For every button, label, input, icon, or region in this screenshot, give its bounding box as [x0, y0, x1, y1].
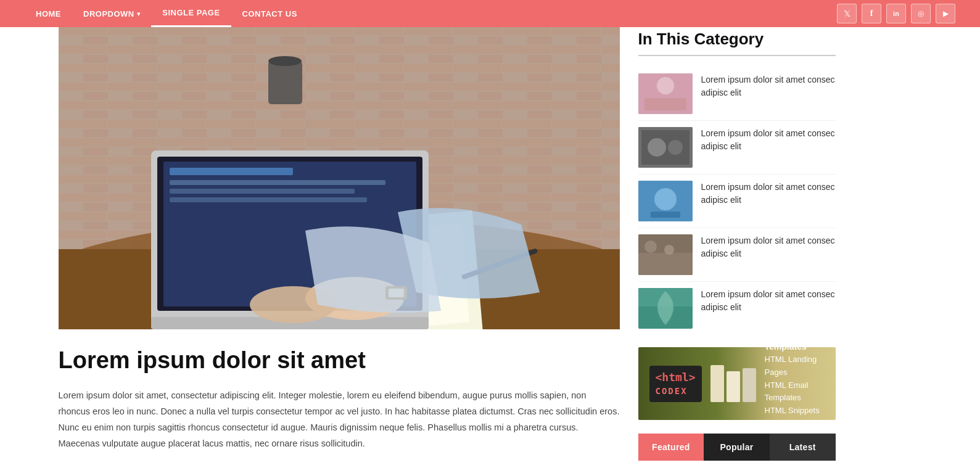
ad-books — [710, 365, 756, 402]
article-body: Lorem ipsum dolor sit amet Lorem ipsum d… — [59, 329, 620, 464]
tab-popular[interactable]: Popular — [704, 434, 770, 461]
tab-latest[interactable]: Latest — [770, 434, 836, 461]
main-content: Lorem ipsum dolor sit amet Lorem ipsum d… — [59, 27, 620, 464]
sidebar-section-title: In This Category — [638, 30, 836, 49]
svg-rect-25 — [644, 98, 686, 110]
svg-rect-11 — [170, 168, 293, 175]
ad-text: HTML Templates HTML Landing Pages HTML E… — [765, 347, 825, 420]
category-thumb-1 — [638, 73, 693, 114]
svg-point-36 — [664, 245, 674, 255]
linkedin-icon[interactable]: in — [886, 4, 906, 23]
nav-contact-us[interactable]: CONTACT US — [231, 0, 308, 27]
page-layout: Lorem ipsum dolor sit amet Lorem ipsum d… — [59, 27, 922, 464]
svg-rect-32 — [651, 212, 680, 218]
svg-rect-21 — [268, 61, 302, 104]
category-thumb-3 — [638, 181, 693, 221]
category-item-text-4: Lorem ipsum dolor sit amet consec adipis… — [701, 234, 836, 260]
sidebar: In This Category Lorem ipsum dolor sit a… — [620, 27, 836, 464]
tabs-row: Featured Popular Latest — [638, 434, 836, 461]
nav-home[interactable]: HOME — [25, 0, 72, 27]
category-item-text-5: Lorem ipsum dolor sit amet consec adipis… — [701, 288, 836, 314]
article-text: Lorem ipsum dolor sit amet, consectetur … — [59, 387, 620, 451]
nav-single-page[interactable]: SINGLE PAGE — [151, 0, 231, 27]
book-icon-1 — [710, 365, 724, 402]
svg-rect-12 — [170, 180, 385, 185]
instagram-icon[interactable]: ◎ — [911, 4, 931, 23]
svg-point-29 — [668, 140, 683, 155]
tab-featured[interactable]: Featured — [638, 434, 704, 461]
category-thumb-4 — [638, 234, 693, 275]
ad-banner[interactable]: <html> CODEX HTML Templates HTML Landing… — [638, 347, 836, 420]
list-item[interactable]: Lorem ipsum dolor sit amet consec adipis… — [638, 121, 836, 175]
svg-point-35 — [644, 241, 657, 253]
category-item-text-3: Lorem ipsum dolor sit amet consec adipis… — [701, 181, 836, 207]
svg-point-31 — [654, 188, 677, 210]
twitter-icon[interactable]: 𝕏 — [837, 4, 857, 23]
hero-image — [59, 27, 620, 329]
svg-rect-34 — [638, 253, 693, 275]
list-item[interactable]: Lorem ipsum dolor sit amet consec adipis… — [638, 175, 836, 228]
social-icons: 𝕏 f in ◎ ▶ — [837, 4, 955, 23]
category-item-text-1: Lorem ipsum dolor sit amet consec adipis… — [701, 73, 836, 99]
book-icon-3 — [743, 368, 756, 402]
svg-rect-13 — [170, 189, 355, 194]
youtube-icon[interactable]: ▶ — [936, 4, 955, 23]
book-icon-2 — [727, 371, 740, 402]
category-list: Lorem ipsum dolor sit amet consec adipis… — [638, 67, 836, 335]
sidebar-divider — [638, 55, 836, 56]
category-thumb-2 — [638, 127, 693, 168]
list-item[interactable]: Lorem ipsum dolor sit amet consec adipis… — [638, 67, 836, 121]
category-thumb-5 — [638, 288, 693, 329]
nav-links: HOME DROPDOWN ▾ SINGLE PAGE CONTACT US — [25, 0, 308, 27]
list-item[interactable]: Lorem ipsum dolor sit amet consec adipis… — [638, 282, 836, 335]
facebook-icon[interactable]: f — [862, 4, 881, 23]
svg-point-28 — [648, 138, 666, 157]
chevron-down-icon: ▾ — [137, 10, 141, 17]
list-item[interactable]: Lorem ipsum dolor sit amet consec adipis… — [638, 228, 836, 282]
svg-point-24 — [657, 77, 674, 94]
svg-point-22 — [268, 56, 302, 66]
navbar: HOME DROPDOWN ▾ SINGLE PAGE CONTACT US 𝕏… — [0, 0, 980, 27]
article-title: Lorem ipsum dolor sit amet — [59, 347, 620, 375]
category-item-text-2: Lorem ipsum dolor sit amet consec adipis… — [701, 127, 836, 153]
nav-dropdown[interactable]: DROPDOWN ▾ — [72, 0, 151, 27]
svg-rect-14 — [170, 197, 367, 202]
ad-logo: <html> CODEX — [649, 366, 702, 402]
